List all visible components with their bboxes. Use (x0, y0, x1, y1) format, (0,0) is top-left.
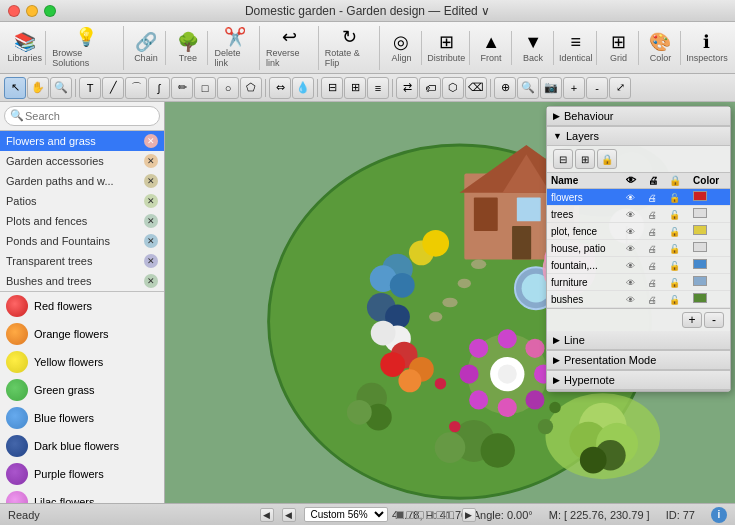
grid-button[interactable]: ⊞ Grid (599, 31, 639, 65)
back-button[interactable]: ▼ Back (514, 31, 554, 65)
pointer-tool[interactable]: ↖ (4, 77, 26, 99)
zoom-tool[interactable]: 🔍 (50, 77, 72, 99)
eraser-tool[interactable]: ⌫ (465, 77, 487, 99)
identical-button[interactable]: ≡ Identical (556, 31, 597, 65)
behaviour-header[interactable]: ▶ Behaviour (547, 107, 730, 126)
category-patios[interactable]: Patios ✕ (0, 191, 164, 211)
rubber-tool[interactable]: ⬡ (442, 77, 464, 99)
reverse-link-button[interactable]: ↩ Reverse link (262, 26, 319, 70)
measure-tool[interactable]: ⇔ (269, 77, 291, 99)
close-button[interactable] (8, 5, 20, 17)
line-panel-header[interactable]: ▶ Line (547, 331, 730, 350)
layer-row-fountain[interactable]: fountain,... 👁 🖨 🔓 (547, 257, 730, 274)
page-dot-3[interactable] (416, 511, 424, 519)
tree-icon: 🌳 (177, 33, 199, 51)
search-input[interactable] (4, 106, 160, 126)
arc-tool[interactable]: ⌒ (125, 77, 147, 99)
poly-tool[interactable]: ⬠ (240, 77, 262, 99)
libraries-button[interactable]: 📚 Libraries (4, 31, 46, 65)
bezier-tool[interactable]: ∫ (148, 77, 170, 99)
page-dot-1[interactable] (396, 511, 404, 519)
rect-tool[interactable]: □ (194, 77, 216, 99)
rotate-flip-button[interactable]: ↻ Rotate & Flip (321, 26, 380, 70)
zoom-fit-btn[interactable]: ⤢ (609, 77, 631, 99)
layer-row-flowers[interactable]: flowers 👁 🖨 🔓 (547, 189, 730, 206)
category-bushes-trees[interactable]: Bushes and trees ✕ (0, 271, 164, 291)
category-plots-fences[interactable]: Plots and fences ✕ (0, 211, 164, 231)
browse-solutions-button[interactable]: 💡 Browse Solutions (48, 26, 124, 70)
category-indicator: ✕ (144, 194, 158, 208)
inspectors-button[interactable]: ℹ Inspectors (683, 31, 731, 65)
hypernote-header[interactable]: ▶ Hypernote (547, 371, 730, 390)
color-button[interactable]: 🎨 Color (641, 31, 681, 65)
plant-item-purple-flowers[interactable]: Purple flowers (0, 460, 164, 488)
plant-item-green-grass[interactable]: Green grass (0, 376, 164, 404)
minimize-button[interactable] (26, 5, 38, 17)
delete-link-button[interactable]: ✂️ Delete link (210, 26, 260, 70)
category-flowers-grass[interactable]: Flowers and grass ✕ (0, 131, 164, 151)
layer-lock-btn[interactable]: 🔒 (597, 149, 617, 169)
layer-row-trees[interactable]: trees 👁 🖨 🔓 (547, 206, 730, 223)
page-next-btn2[interactable]: ▶ (462, 508, 476, 522)
presentation-mode-header[interactable]: ▶ Presentation Mode (547, 351, 730, 370)
layer-row-bushes[interactable]: bushes 👁 🖨 🔓 (547, 291, 730, 308)
layer-view-btn[interactable]: ⊟ (553, 149, 573, 169)
zoom-select[interactable]: Custom 56% (304, 507, 388, 522)
tree-button[interactable]: 🌳 Tree (168, 31, 208, 65)
svg-point-62 (435, 378, 446, 389)
chain-button[interactable]: 🔗 Chain (126, 31, 166, 65)
circle-tool[interactable]: ○ (217, 77, 239, 99)
maximize-button[interactable] (44, 5, 56, 17)
grid-view-btn[interactable]: ⊞ (344, 77, 366, 99)
front-button[interactable]: ▲ Front (472, 31, 512, 65)
page-dot-4[interactable] (426, 511, 434, 519)
dropper-tool[interactable]: 💧 (292, 77, 314, 99)
statusbar: Ready ◀ ◀ Custom 56% ▶ W: 41.78, H: 41.7… (0, 503, 735, 525)
zoom-in-btn[interactable]: + (563, 77, 585, 99)
layers-header[interactable]: ▼ Layers (547, 127, 730, 146)
layer-row-furniture[interactable]: furniture 👁 🖨 🔓 (547, 274, 730, 291)
table-view-btn[interactable]: ⊟ (321, 77, 343, 99)
layer-add-btn[interactable]: + (682, 312, 702, 328)
category-indicator: ✕ (144, 134, 158, 148)
category-list: Flowers and grass ✕ Garden accessories ✕… (0, 131, 164, 292)
layer-grid-btn[interactable]: ⊞ (575, 149, 595, 169)
page-dot-5[interactable] (436, 511, 444, 519)
list-view-btn[interactable]: ≡ (367, 77, 389, 99)
layer-remove-btn[interactable]: - (704, 312, 724, 328)
category-ponds-fountains[interactable]: Ponds and Fountains ✕ (0, 231, 164, 251)
plant-item-lilac-flowers[interactable]: Lilac flowers (0, 488, 164, 503)
plant-item-dark-blue-flowers[interactable]: Dark blue flowers (0, 432, 164, 460)
plant-item-blue-flowers[interactable]: Blue flowers (0, 404, 164, 432)
category-transparent-trees[interactable]: Transparent trees ✕ (0, 251, 164, 271)
svg-rect-13 (512, 226, 531, 259)
plant-item-yellow-flowers[interactable]: Yellow flowers (0, 348, 164, 376)
connect-tool[interactable]: ⇄ (396, 77, 418, 99)
line-tool[interactable]: ╱ (102, 77, 124, 99)
search-canvas-tool[interactable]: 🔍 (517, 77, 539, 99)
magnet-tool[interactable]: ⊕ (494, 77, 516, 99)
page-next-btn[interactable]: ◀ (282, 508, 296, 522)
plant-item-red-flowers[interactable]: Red flowers (0, 292, 164, 320)
tag-tool[interactable]: 🏷 (419, 77, 441, 99)
page-prev-btn[interactable]: ◀ (260, 508, 274, 522)
distribute-button[interactable]: ⊞ Distribute (424, 31, 470, 65)
camera-tool[interactable]: 📷 (540, 77, 562, 99)
category-garden-paths[interactable]: Garden paths and w... ✕ (0, 171, 164, 191)
layer-row-plot-fence[interactable]: plot, fence 👁 🖨 🔓 (547, 223, 730, 240)
page-dot-2[interactable] (406, 511, 414, 519)
plant-item-orange-flowers[interactable]: Orange flowers (0, 320, 164, 348)
category-garden-accessories[interactable]: Garden accessories ✕ (0, 151, 164, 171)
grid-icon: ⊞ (611, 33, 626, 51)
align-button[interactable]: ◎ Align (382, 31, 422, 65)
canvas-area[interactable]: ▶ Behaviour ▼ Layers ⊟ ⊞ 🔒 Name (165, 102, 735, 503)
pen-tool[interactable]: ✏ (171, 77, 193, 99)
layer-row-house-patio[interactable]: house, patio 👁 🖨 🔓 (547, 240, 730, 257)
zoom-out-btn[interactable]: - (586, 77, 608, 99)
svg-point-24 (390, 273, 415, 298)
page-dot-6[interactable] (446, 511, 454, 519)
info-icon[interactable]: i (711, 507, 727, 523)
svg-point-39 (525, 390, 544, 409)
hand-tool[interactable]: ✋ (27, 77, 49, 99)
text-tool[interactable]: T (79, 77, 101, 99)
